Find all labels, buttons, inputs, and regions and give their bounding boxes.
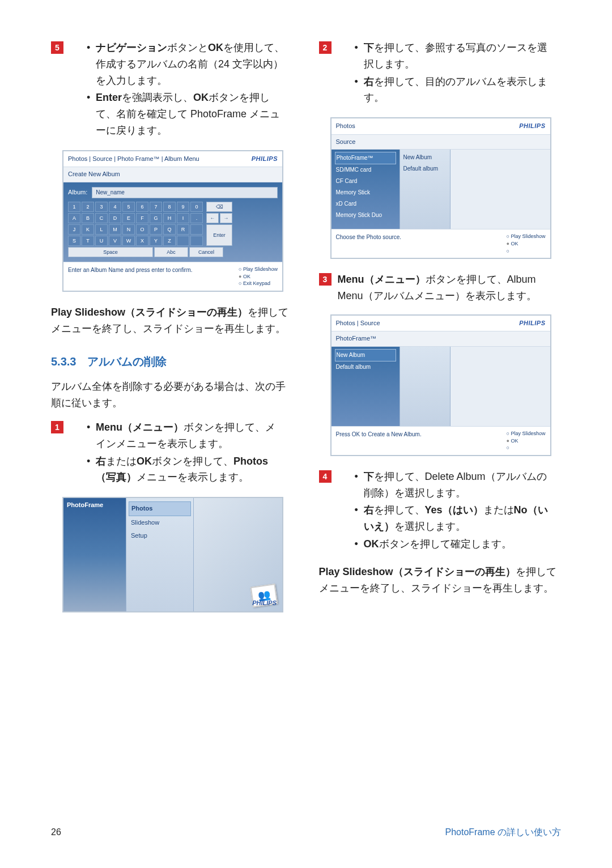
abc-key[interactable]: Abc xyxy=(154,247,188,257)
step-5: 5 ナビゲーションボタンとOKを使用して、作成するアルバムの名前（24 文字以内… xyxy=(51,40,294,140)
mainmenu-item-setup[interactable]: Setup xyxy=(129,529,191,543)
action-ok[interactable]: OK xyxy=(507,240,546,248)
key-H[interactable]: H xyxy=(163,213,176,223)
step1-bullet-1: Menu（メニュー）ボタンを押して、メインメニューを表示します。 xyxy=(87,419,285,452)
keypad-hint: Enter an Album Name and press enter to c… xyxy=(68,266,193,275)
source-albums[interactable]: New AlbumDefault album xyxy=(400,150,450,229)
key-F[interactable]: F xyxy=(136,213,148,223)
step4-bullet-3: OKボタンを押して確定します。 xyxy=(355,536,553,552)
step-3: 3 Menu（メニュー）ボタンを押して、Album Menu（アルバムメニュー）… xyxy=(319,271,562,304)
keypad-keys[interactable]: 1234567890ABCDEFGHI.JKLMNOPQRSTUVWXYZ xyxy=(68,202,203,246)
key-3[interactable]: 3 xyxy=(95,202,108,212)
philips-logo: PHILIPS xyxy=(252,154,278,164)
key-N[interactable]: N xyxy=(122,224,135,235)
step5-bullet-1: ナビゲーションボタンとOKを使用して、作成するアルバムの名前（24 文字以内）を… xyxy=(87,40,285,88)
key-6[interactable]: 6 xyxy=(136,202,148,212)
source-item[interactable]: CF Card xyxy=(335,176,396,187)
key-P[interactable]: P xyxy=(150,224,162,235)
key-E[interactable]: E xyxy=(122,213,135,223)
action-play-slideshow[interactable]: Play Slideshow xyxy=(239,266,278,273)
mainmenu-item-photos[interactable]: Photos xyxy=(129,501,191,516)
action-ok[interactable]: OK xyxy=(239,273,278,280)
step-badge-2: 2 xyxy=(319,41,332,54)
arrow-left-key[interactable]: ← xyxy=(206,213,219,223)
key-7[interactable]: 7 xyxy=(150,202,162,212)
key-B[interactable]: B xyxy=(82,213,94,223)
keypad-title: Create New Album xyxy=(63,167,282,182)
key-blank[interactable] xyxy=(190,236,203,246)
key-J[interactable]: J xyxy=(68,224,80,235)
key-2[interactable]: 2 xyxy=(82,202,94,212)
album-item[interactable]: Default album xyxy=(335,361,396,373)
mainmenu-item-slideshow[interactable]: Slideshow xyxy=(129,516,191,530)
key-X[interactable]: X xyxy=(136,236,148,246)
key-U[interactable]: U xyxy=(95,236,108,246)
screenshot-mainmenu: PhotoFrame Photos Slideshow Setup 👥 PHIL… xyxy=(62,497,283,612)
step2-bullet-2: 右を押して、目的のアルバムを表示します。 xyxy=(355,74,553,107)
key-Y[interactable]: Y xyxy=(150,236,162,246)
key-W[interactable]: W xyxy=(122,236,135,246)
key-C[interactable]: C xyxy=(95,213,108,223)
key-blank[interactable] xyxy=(190,224,203,235)
mainmenu-title: PhotoFrame xyxy=(63,498,126,513)
step5-bullet-2: Enterを強調表示し、OKボタンを押して、名前を確定して PhotoFrame… xyxy=(87,90,285,138)
enter-key[interactable]: Enter xyxy=(206,224,232,246)
backspace-key[interactable]: ⌫ xyxy=(206,202,232,212)
arrow-right-key[interactable]: → xyxy=(220,213,232,223)
source-item[interactable]: PhotoFrame™ xyxy=(335,152,396,164)
key-I[interactable]: I xyxy=(177,213,189,223)
action-ok[interactable]: OK xyxy=(507,437,546,445)
play-slideshow-note-2: Play Slideshow（スライドショーの再生）を押してメニューを終了し、ス… xyxy=(319,564,562,597)
step-badge-4: 4 xyxy=(319,470,332,483)
key-0[interactable]: 0 xyxy=(190,202,203,212)
key-blank[interactable] xyxy=(177,236,189,246)
play-slideshow-note-1: Play Slideshow（スライドショーの再生）を押してメニューを終了し、ス… xyxy=(51,304,294,337)
key-8[interactable]: 8 xyxy=(163,202,176,212)
key-4[interactable]: 4 xyxy=(109,202,121,212)
page-number: 26 xyxy=(51,825,61,840)
action-play-slideshow[interactable]: Play Slideshow xyxy=(507,430,546,437)
album-item[interactable]: New Album xyxy=(335,349,396,361)
key-K[interactable]: K xyxy=(82,224,94,235)
source-breadcrumb: Photos xyxy=(336,121,355,131)
key-O[interactable]: O xyxy=(136,224,148,235)
key-V[interactable]: V xyxy=(109,236,121,246)
key-L[interactable]: L xyxy=(95,224,108,235)
screenshot-keypad: Photos | Source | Photo Frame™ | Album M… xyxy=(62,150,283,292)
key-Q[interactable]: Q xyxy=(163,224,176,235)
space-key[interactable]: Space xyxy=(68,247,153,257)
source-item[interactable]: xD Card xyxy=(335,198,396,210)
album-item[interactable]: Default album xyxy=(402,163,448,175)
philips-logo: PHILIPS xyxy=(252,598,277,609)
heading-5-3-3: 5.3.3 アルバムの削除 xyxy=(51,352,294,371)
key-M[interactable]: M xyxy=(109,224,121,235)
key-R[interactable]: R xyxy=(177,224,189,235)
key-G[interactable]: G xyxy=(150,213,162,223)
key-A[interactable]: A xyxy=(68,213,80,223)
screenshot-source: Photos PHILIPS Source PhotoFrame™SD/MMC … xyxy=(330,117,551,259)
key-1[interactable]: 1 xyxy=(68,202,80,212)
album-list[interactable]: New AlbumDefault album xyxy=(332,347,400,426)
source-hint: Choose the Photo source. xyxy=(336,233,402,242)
album-sub: PhotoFrame™ xyxy=(332,331,550,347)
key-5[interactable]: 5 xyxy=(122,202,135,212)
action-exit-keypad[interactable]: Exit Keypad xyxy=(239,280,278,287)
cancel-key[interactable]: Cancel xyxy=(189,247,223,257)
action-play-slideshow[interactable]: Play Slideshow xyxy=(507,233,546,240)
key-Z[interactable]: Z xyxy=(163,236,176,246)
source-item[interactable]: SD/MMC card xyxy=(335,164,396,176)
source-item[interactable]: Memory Stick Duo xyxy=(335,210,396,221)
album-item[interactable]: New Album xyxy=(402,152,448,163)
key-9[interactable]: 9 xyxy=(177,202,189,212)
source-item[interactable]: Memory Stick xyxy=(335,187,396,198)
step4-bullet-2: 右を押して、Yes（はい）またはNo（いいえ）を選択します。 xyxy=(355,502,553,535)
album-name-field[interactable]: New_name xyxy=(92,187,278,198)
key-S[interactable]: S xyxy=(68,236,80,246)
source-list[interactable]: PhotoFrame™SD/MMC cardCF CardMemory Stic… xyxy=(332,150,400,229)
key-T[interactable]: T xyxy=(82,236,94,246)
key-D[interactable]: D xyxy=(109,213,121,223)
delete-intro: アルバム全体を削除する必要がある場合は、次の手順に従います。 xyxy=(51,378,294,411)
album-breadcrumb: Photos | Source xyxy=(336,318,380,329)
key-.[interactable]: . xyxy=(190,213,203,223)
step4-bullet-1: 下を押して、Delete Album（アルバムの削除）を選択します。 xyxy=(355,469,553,501)
